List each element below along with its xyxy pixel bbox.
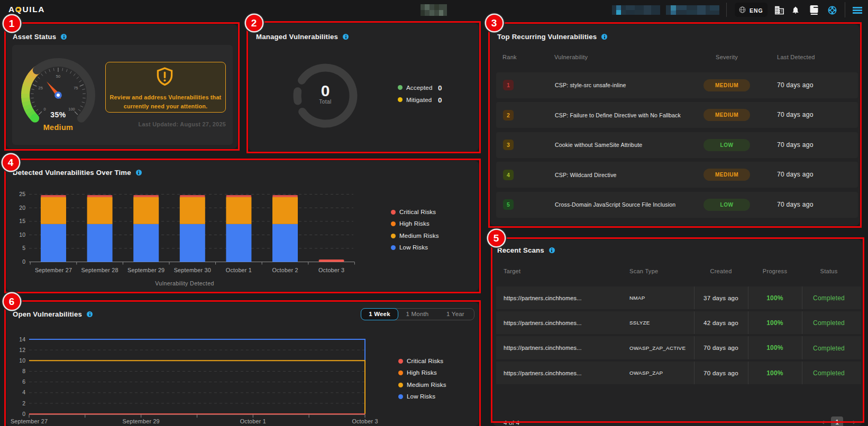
svg-text:Vulnerability Detected: Vulnerability Detected	[155, 280, 214, 286]
svg-text:25: 25	[39, 86, 43, 90]
svg-text:8: 8	[22, 368, 25, 374]
svg-text:October 1: October 1	[226, 267, 252, 273]
svg-text:12: 12	[19, 347, 25, 353]
svg-text:10: 10	[19, 357, 25, 364]
svg-text:10: 10	[19, 231, 25, 238]
svg-text:5: 5	[22, 245, 25, 251]
svg-text:October 1: October 1	[240, 418, 266, 424]
svg-text:September 29: September 29	[123, 418, 160, 424]
svg-text:20: 20	[19, 205, 25, 211]
svg-text:September 27: September 27	[11, 418, 48, 424]
svg-text:October 3: October 3	[352, 418, 378, 424]
svg-text:0: 0	[22, 411, 25, 417]
svg-text:October 2: October 2	[272, 267, 298, 273]
svg-text:September 30: September 30	[174, 267, 211, 273]
svg-text:0: 0	[22, 258, 25, 265]
svg-text:4: 4	[22, 389, 25, 395]
svg-text:50: 50	[56, 74, 60, 79]
svg-text:25: 25	[19, 191, 25, 197]
svg-text:15: 15	[19, 218, 25, 224]
svg-text:September 28: September 28	[81, 267, 118, 273]
svg-text:75: 75	[74, 86, 78, 90]
svg-text:14: 14	[19, 336, 25, 342]
svg-text:October 3: October 3	[318, 267, 344, 273]
svg-text:September 29: September 29	[127, 267, 165, 273]
svg-text:2: 2	[22, 400, 25, 406]
svg-text:September 27: September 27	[35, 267, 72, 273]
svg-text:6: 6	[22, 378, 25, 385]
